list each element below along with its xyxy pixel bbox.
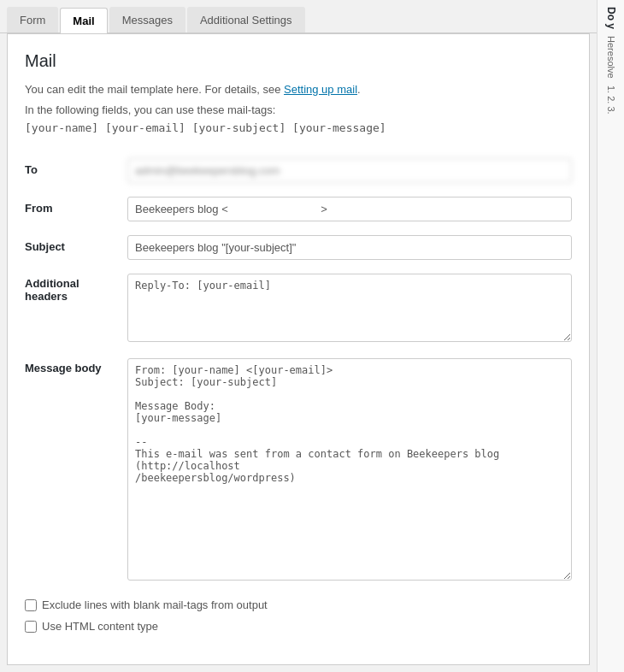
additional-headers-label: Additionalheaders	[25, 267, 127, 351]
tab-form[interactable]: Form	[7, 7, 58, 32]
to-label: To	[25, 151, 127, 190]
mail-content-area: Mail You can edit the mail template here…	[7, 33, 590, 665]
side-panel-content2: solve	[604, 56, 617, 79]
message-body-label: Message body	[25, 351, 127, 590]
from-label: From	[25, 190, 127, 228]
to-field-cell	[127, 151, 572, 190]
to-input[interactable]	[127, 158, 572, 183]
additional-headers-row: Additionalheaders Reply-To: [your-email]	[25, 267, 572, 351]
tab-bar: Form Mail Messages Additional Settings	[0, 0, 597, 33]
tab-messages[interactable]: Messages	[109, 7, 185, 32]
from-row: From	[25, 190, 572, 228]
use-html-label[interactable]: Use HTML content type	[42, 620, 158, 633]
subject-field-cell	[127, 228, 572, 267]
subject-row: Subject	[25, 228, 572, 267]
description-line1: You can edit the mail template here. For…	[25, 81, 572, 98]
additional-headers-field-cell: Reply-To: [your-email]	[127, 267, 572, 351]
to-row: To	[25, 151, 572, 190]
side-panel-content1: Here	[604, 36, 617, 56]
side-panel-header: Do y	[605, 7, 617, 29]
additional-headers-textarea[interactable]: Reply-To: [your-email]	[127, 274, 572, 342]
setting-up-mail-link[interactable]: Setting up mail	[284, 83, 357, 96]
from-field-cell	[127, 190, 572, 228]
page-title: Mail	[25, 51, 572, 71]
side-panel-items: 1. 2. 3.	[606, 85, 616, 115]
exclude-blank-row: Exclude lines with blank mail-tags from …	[25, 598, 572, 611]
message-body-textarea[interactable]: From: [your-name] <[your-email]> Subject…	[127, 358, 572, 581]
description-line2: In the following fields, you can use the…	[25, 102, 572, 119]
side-panel: Do y Here solve 1. 2. 3.	[597, 0, 624, 672]
subject-label: Subject	[25, 228, 127, 267]
tab-additional-settings[interactable]: Additional Settings	[187, 7, 305, 32]
exclude-blank-checkbox[interactable]	[25, 599, 37, 611]
from-input[interactable]	[127, 197, 572, 221]
message-body-field-cell: From: [your-name] <[your-email]> Subject…	[127, 351, 572, 590]
exclude-blank-label[interactable]: Exclude lines with blank mail-tags from …	[42, 598, 268, 611]
mail-tags-display: [your-name] [your-email] [your-subject] …	[25, 121, 572, 134]
subject-input[interactable]	[127, 235, 572, 260]
use-html-row: Use HTML content type	[25, 620, 572, 633]
tab-mail[interactable]: Mail	[60, 8, 107, 33]
message-body-row: Message body From: [your-name] <[your-em…	[25, 351, 572, 590]
use-html-checkbox[interactable]	[25, 621, 37, 633]
mail-form-table: To From Subject	[25, 151, 572, 590]
